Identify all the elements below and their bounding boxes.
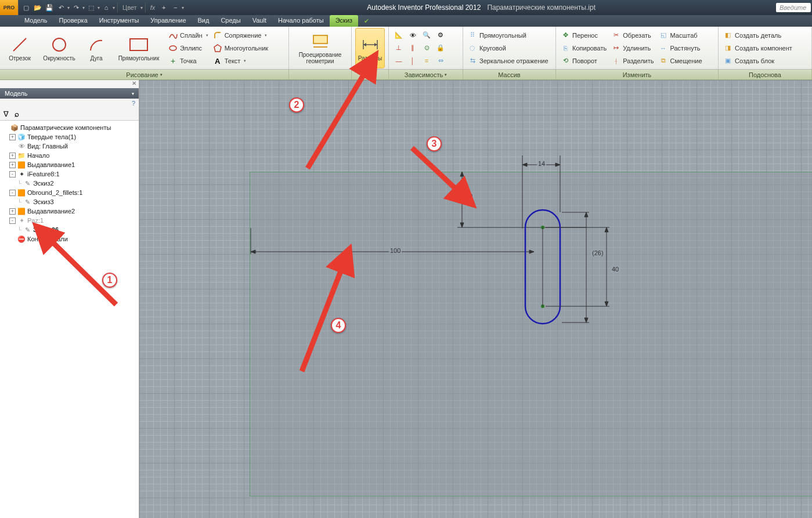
dim-20[interactable]: 20 — [464, 193, 474, 200]
extend-button[interactable]: ↦Удлинить — [610, 42, 655, 55]
expand-icon[interactable]: - — [9, 190, 16, 196]
spline-button[interactable]: Сплайн▾ — [167, 29, 210, 42]
minus-icon[interactable]: − — [170, 2, 181, 13]
sketch-icon: ✎ — [23, 179, 31, 187]
tree-item[interactable]: 📦Параматрические компоненты — [1, 123, 138, 132]
new-icon[interactable]: ▢ — [21, 2, 31, 13]
ellipse-button[interactable]: Эллипс — [167, 42, 210, 55]
browser-toolbar: ∇ ⌕ — [0, 108, 139, 121]
browser-header[interactable]: Модель▾ — [0, 88, 139, 99]
horizontal-icon[interactable]: — — [392, 55, 405, 67]
filter-icon[interactable]: ∇ — [3, 110, 9, 118]
browser-close-icon[interactable]: ✕ — [0, 80, 139, 88]
browser-help-icon[interactable]: ? — [0, 99, 139, 108]
tree-item[interactable]: +🟧Выдавливание1 — [1, 160, 138, 169]
app-logo[interactable]: PRO — [0, 0, 19, 15]
tree-item[interactable]: +🧊Твердые тела(1) — [1, 132, 138, 142]
tree-item[interactable]: └✎Эскиз26 — [1, 225, 138, 234]
constraint-vis-icon[interactable]: 👁 — [406, 30, 419, 41]
text-button[interactable]: AТекст▾ — [212, 55, 269, 67]
arc-button[interactable]: Дуга — [82, 28, 110, 68]
tab-sketch[interactable]: Эскиз — [330, 15, 358, 27]
undo-icon[interactable]: ↶ — [56, 2, 66, 13]
model-tree[interactable]: 📦Параматрические компоненты+🧊Твердые тел… — [0, 121, 139, 518]
tab-model[interactable]: Модель — [19, 15, 53, 27]
line-button[interactable]: Отрезок — [3, 28, 36, 68]
tab-inspect[interactable]: Проверка — [53, 15, 93, 27]
offset-button[interactable]: ⧉Смещение — [658, 55, 703, 67]
tree-item[interactable]: 👁Вид: Главный — [1, 142, 138, 151]
search-input[interactable]: Введите — [776, 3, 811, 12]
select-icon[interactable]: ⬚ — [86, 2, 96, 13]
tree-item[interactable]: └✎Эскиз3 — [1, 197, 138, 207]
rotate-button[interactable]: ⟲Поворот — [560, 55, 608, 67]
lock-icon[interactable]: 🔒 — [434, 42, 447, 54]
ribbon-tabs: Модель Проверка Инструменты Управление В… — [0, 15, 812, 27]
plus-icon[interactable]: + — [158, 2, 169, 13]
stretch-button[interactable]: ↔Растянуть — [658, 42, 703, 55]
equal-icon[interactable]: = — [420, 55, 433, 67]
auto-dim-icon[interactable]: 📐 — [392, 30, 405, 41]
rectangle-button[interactable]: Прямоугольник — [113, 28, 165, 68]
create-component-button[interactable]: ◨Создать компонент — [722, 42, 793, 55]
rectangular-pattern-button[interactable]: ⠿Прямоугольный — [467, 29, 550, 42]
tree-item[interactable]: └✎Эскиз2 — [1, 179, 138, 188]
tree-item-label: Эскиз2 — [33, 180, 54, 187]
create-block-button[interactable]: ▣Создать блок — [722, 55, 793, 67]
expand-icon[interactable]: + — [9, 153, 16, 159]
redo-icon[interactable]: ↷ — [71, 2, 81, 13]
circular-pattern-button[interactable]: ◌Круговой — [467, 42, 550, 55]
move-button[interactable]: ✥Перенос — [560, 29, 608, 42]
tree-item[interactable]: -✦iFeature8:1 — [1, 169, 138, 179]
fx-label[interactable]: fx — [148, 4, 158, 11]
create-part-button[interactable]: ◧Создать деталь — [722, 29, 793, 42]
expand-icon[interactable]: + — [9, 208, 16, 215]
dim-40[interactable]: 40 — [611, 266, 620, 273]
dim-100[interactable]: 100 — [389, 247, 402, 254]
tree-item[interactable]: +🟧Выдавливание2 — [1, 207, 138, 216]
point-button[interactable]: +Точка — [167, 55, 210, 67]
show-constraint-icon[interactable]: 🔍 — [420, 30, 433, 41]
circle-button[interactable]: Окружность — [38, 28, 80, 68]
perpendicular-icon[interactable]: ∥ — [406, 42, 419, 54]
vertical-icon[interactable]: │ — [406, 55, 419, 67]
home-icon[interactable]: ⌂ — [101, 2, 111, 13]
drawing-canvas[interactable]: 100 20 14 (26) 40 — [139, 80, 812, 518]
ribbon-group-layout: ◧Создать деталь ◨Создать компонент ▣Созд… — [719, 27, 812, 69]
expand-icon[interactable]: + — [9, 134, 16, 140]
copy-button[interactable]: ⎘Копировать — [560, 42, 608, 55]
tab-manage[interactable]: Управление — [145, 15, 192, 27]
dim-26[interactable]: (26) — [591, 249, 605, 256]
fillet-button[interactable]: Сопряжение▾ — [212, 29, 269, 42]
panel-label-constrain[interactable]: Зависимость▾ — [389, 70, 463, 79]
expand-icon[interactable]: - — [9, 218, 16, 224]
tree-item[interactable]: +📁Начало — [1, 151, 138, 160]
constraint-settings-icon[interactable]: ⚙ — [434, 30, 447, 41]
tab-view[interactable]: Вид — [192, 15, 215, 27]
save-icon[interactable]: 💾 — [44, 2, 55, 13]
finish-sketch-icon[interactable]: ✔ — [364, 17, 369, 25]
dim-14[interactable]: 14 — [537, 160, 546, 167]
symmetric-icon[interactable]: ⇔ — [434, 55, 447, 67]
tab-getstarted[interactable]: Начало работы — [272, 15, 330, 27]
trim-button[interactable]: ✂Обрезать — [610, 29, 655, 42]
mirror-button[interactable]: ⇆Зеркальное отражение — [467, 55, 550, 67]
find-icon[interactable]: ⌕ — [15, 110, 19, 118]
dimension-button[interactable]: Размеры — [355, 28, 385, 68]
project-geometry-button[interactable]: Проецирование геометрии — [293, 28, 348, 68]
scale-button[interactable]: ◱Масштаб — [658, 29, 703, 42]
open-icon[interactable]: 📂 — [33, 2, 43, 13]
coincident-icon[interactable]: ⊥ — [392, 42, 405, 54]
tab-environ[interactable]: Среды — [215, 15, 246, 27]
expand-icon[interactable]: - — [9, 171, 16, 178]
split-button[interactable]: ⟊Разделить — [610, 55, 655, 67]
tree-item[interactable]: ⛔Конец детали — [1, 234, 138, 244]
tangent-icon[interactable]: ⊙ — [420, 42, 433, 54]
expand-icon[interactable]: + — [9, 162, 16, 168]
tab-tools[interactable]: Инструменты — [93, 15, 145, 27]
tree-item[interactable]: -🟧Obround_2_fillets:1 — [1, 188, 138, 197]
tab-vault[interactable]: Vault — [247, 15, 272, 27]
tree-item[interactable]: -✦Paz:1 — [1, 216, 138, 225]
polygon-button[interactable]: Многоугольник — [212, 42, 269, 55]
panel-label-draw[interactable]: Рисование▾ — [0, 70, 289, 79]
